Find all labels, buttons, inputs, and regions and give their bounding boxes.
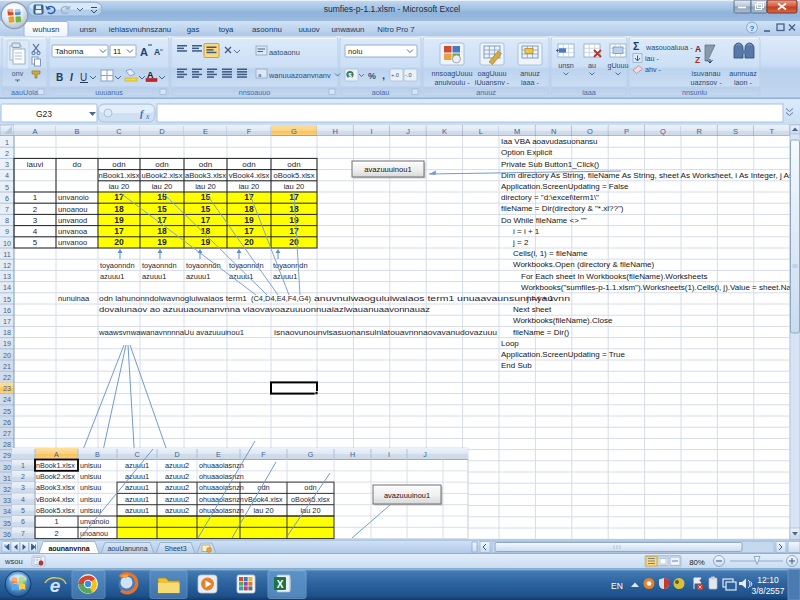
svg-text:E: E <box>216 450 221 459</box>
svg-text:unvanoo: unvanoo <box>58 238 87 247</box>
svg-text:unisuu: unisuu <box>80 461 101 470</box>
svg-text:uaznsov -: uaznsov - <box>690 78 722 87</box>
svg-text:11: 11 <box>113 47 122 56</box>
svg-text:unvanod: unvanod <box>58 216 87 225</box>
svg-text:azuuu2: azuuu2 <box>165 483 189 492</box>
svg-text:toya: toya <box>219 25 234 34</box>
svg-text:aBook3.xlsx: aBook3.xlsx <box>36 483 75 492</box>
svg-text:oBook5.xlsx: oBook5.xlsx <box>36 506 75 515</box>
svg-text:12: 12 <box>3 261 11 270</box>
svg-text:D: D <box>159 127 165 136</box>
svg-text:ohuaaoiasnzn: ohuaaoiasnzn <box>199 483 244 492</box>
svg-text:18: 18 <box>3 328 11 337</box>
svg-text:33: 33 <box>3 496 11 505</box>
svg-text:azuuu2: azuuu2 <box>165 506 189 515</box>
svg-text:20: 20 <box>114 237 124 247</box>
svg-text:iUuansnv -: iUuansnv - <box>475 78 510 87</box>
svg-text:azuuu1: azuuu1 <box>142 272 166 281</box>
svg-text:16: 16 <box>3 306 11 315</box>
svg-text:unisuu: unisuu <box>80 506 101 515</box>
svg-text:uuuov: uuuov <box>298 25 319 34</box>
svg-text:Application.ScreenUpdating = F: Application.ScreenUpdating = False <box>501 182 629 191</box>
svg-text:dovaiunaov ao azuuuaounanvnna: dovaiunaov ao azuuuaounanvnna viaovavoaz… <box>99 305 430 314</box>
svg-text:7: 7 <box>21 530 25 537</box>
svg-text:nnsunlu: nnsunlu <box>682 88 707 97</box>
svg-text:B: B <box>56 72 63 83</box>
svg-text:unisuu: unisuu <box>80 483 101 492</box>
svg-text:S: S <box>733 127 738 136</box>
svg-text:M: M <box>514 127 520 136</box>
svg-text:azuuu1: azuuu1 <box>125 483 149 492</box>
svg-text:toyaonndn: toyaonndn <box>229 261 264 270</box>
svg-text:do: do <box>73 160 82 169</box>
svg-text:anuuz: anuuz <box>520 69 540 78</box>
svg-text:toyaonndn: toyaonndn <box>100 261 135 270</box>
svg-text:B: B <box>95 450 100 459</box>
svg-text:unisuu: unisuu <box>80 495 101 504</box>
svg-text:9: 9 <box>5 227 9 236</box>
svg-text:13: 13 <box>3 272 11 281</box>
svg-text:uBook2.xlsx: uBook2.xlsx <box>142 171 183 180</box>
svg-text:1: 1 <box>54 517 58 526</box>
svg-text:aunnuaz: aunnuaz <box>729 69 757 78</box>
svg-text:isnaovunounvlsasuonansulnlatou: isnaovunounvlsasuonansulnlatouavnnnaovav… <box>274 328 497 337</box>
svg-text:gUuuu: gUuuu <box>607 61 628 70</box>
svg-text:29: 29 <box>3 451 11 460</box>
svg-text:iau -: iau - <box>645 54 660 63</box>
svg-text:5: 5 <box>33 238 38 247</box>
svg-text:1: 1 <box>21 462 25 469</box>
svg-text:Loop: Loop <box>501 339 519 348</box>
svg-text:azuuu2: azuuu2 <box>165 495 189 504</box>
svg-text:19: 19 <box>157 237 167 247</box>
svg-text:2: 2 <box>21 473 25 480</box>
svg-text:ahv -: ahv - <box>645 65 662 74</box>
svg-text:fileName = Dir(): fileName = Dir() <box>513 328 570 337</box>
svg-text:azuuu1: azuuu1 <box>186 272 210 281</box>
svg-text:odn: odn <box>199 160 212 169</box>
svg-text:aauUoia: aauUoia <box>11 88 38 97</box>
svg-text:I: I <box>388 450 390 459</box>
svg-text:A: A <box>32 127 37 136</box>
svg-text:uuuanus: uuuanus <box>95 88 123 97</box>
svg-text:odn: odn <box>287 160 300 169</box>
svg-text:For Each sheet In Workbooks(fi: For Each sheet In Workbooks(fileName).Wo… <box>521 272 707 281</box>
svg-text:iauvi: iauvi <box>27 160 44 169</box>
svg-text:J: J <box>423 450 427 459</box>
svg-text:avazuuuinou1: avazuuuinou1 <box>364 165 411 174</box>
svg-text:E: E <box>203 127 208 136</box>
svg-text:80%: 80% <box>689 558 705 567</box>
svg-text:avazuuuinou1: avazuuuinou1 <box>384 491 430 500</box>
svg-text:20: 20 <box>244 237 254 247</box>
svg-text:oBook5.xlsx: oBook5.xlsx <box>274 171 315 180</box>
svg-text:2: 2 <box>5 149 9 158</box>
svg-text:,: , <box>382 69 385 81</box>
svg-text:3: 3 <box>33 216 38 225</box>
svg-text:T: T <box>770 127 775 136</box>
svg-text:-.0: -.0 <box>405 72 412 78</box>
svg-text:O: O <box>587 127 593 136</box>
svg-text:19: 19 <box>289 215 299 225</box>
svg-text:8: 8 <box>5 216 9 225</box>
svg-text:anuuz: anuuz <box>476 88 496 97</box>
svg-text:x: x <box>145 112 150 121</box>
svg-text:anuivoulu -: anuivoulu - <box>434 78 470 87</box>
svg-text:%: % <box>368 71 376 81</box>
svg-text:Workbooks.Open (directory & fi: Workbooks.Open (directory & fileName) <box>513 260 655 269</box>
svg-text:17: 17 <box>114 226 124 236</box>
svg-text:17: 17 <box>244 226 254 236</box>
svg-text:36: 36 <box>3 530 11 539</box>
svg-text:azuuu1: azuuu1 <box>125 495 149 504</box>
svg-text:2: 2 <box>54 529 58 538</box>
svg-text:19: 19 <box>114 215 124 225</box>
svg-text:azuuu1: azuuu1 <box>125 506 149 515</box>
svg-text:Application.ScreenUpdating = T: Application.ScreenUpdating = True <box>501 350 625 359</box>
svg-text:20: 20 <box>3 351 11 360</box>
svg-text:H: H <box>332 127 337 136</box>
svg-text:sumfies-p-1.1.xlsm - Microsoft: sumfies-p-1.1.xlsm - Microsoft Excel <box>324 4 461 14</box>
svg-text:5: 5 <box>21 507 25 514</box>
svg-text:2: 2 <box>33 205 38 214</box>
svg-text:15: 15 <box>3 295 11 304</box>
svg-text:28: 28 <box>3 440 11 449</box>
svg-text:azuuu2: azuuu2 <box>165 461 189 470</box>
svg-text:Option Explicit: Option Explicit <box>501 148 553 157</box>
